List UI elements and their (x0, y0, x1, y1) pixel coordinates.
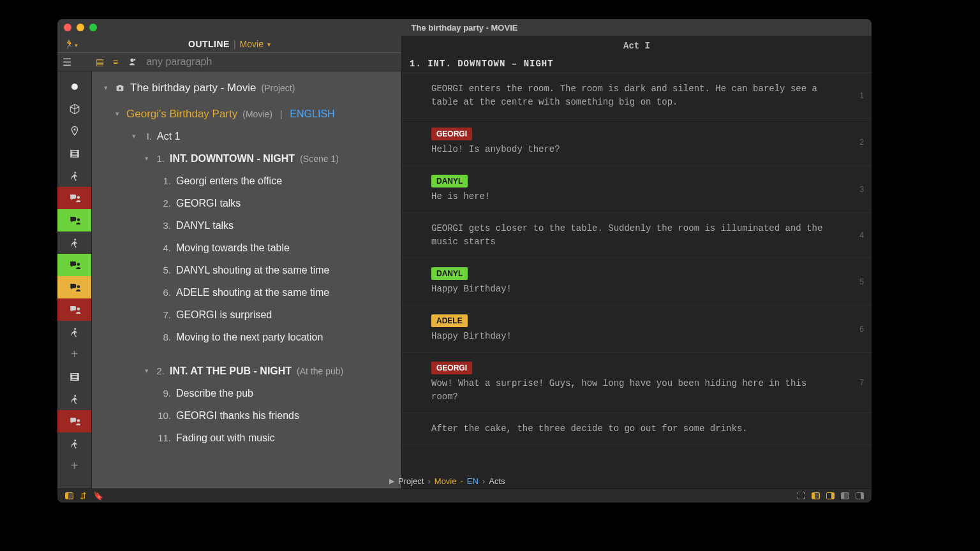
chevron-down-icon[interactable]: ▾ (102, 84, 110, 92)
layout-right-gray-icon[interactable] (856, 492, 864, 499)
paragraph-number: 6 (859, 323, 864, 335)
script-body[interactable]: GEORGI enters the room. The room is dark… (402, 73, 872, 489)
block-text: He is here! (431, 191, 490, 202)
breadcrumb-project[interactable]: Project (398, 476, 424, 486)
bookmark-icon[interactable]: 🔖 (93, 491, 103, 501)
chevron-down-icon[interactable]: ▾ (143, 367, 151, 375)
dialogue-block[interactable]: ADELEHappy Birthday!6 (402, 305, 872, 353)
dialogue-block[interactable]: GEORGIWow! What a surprise! Guys, how lo… (402, 353, 872, 413)
beat-text: Fading out with music (176, 432, 275, 444)
gutter-plus-icon[interactable]: + (57, 455, 91, 477)
beat-row[interactable]: 7.GEORGI is surprised (92, 304, 396, 326)
action-block[interactable]: GEORGI enters the room. The room is dark… (402, 73, 872, 119)
beat-row[interactable]: 11.Fading out with music (92, 427, 396, 449)
app-window: The birthday party - MOVIE 🏃▾ OUTLINE | … (57, 19, 872, 503)
gutter-talk-icon[interactable] (57, 254, 91, 276)
breadcrumb-acts[interactable]: Acts (489, 476, 505, 486)
gutter-circle-icon[interactable] (57, 75, 91, 98)
search-input[interactable] (146, 56, 396, 68)
outline-header: 🏃▾ OUTLINE | Movie ▾ (57, 36, 401, 52)
act-roman: I. (143, 131, 152, 142)
beat-number: 11. (156, 432, 171, 443)
outline-panel: 🏃▾ OUTLINE | Movie ▾ ☰ ▤ ≡ ++ (57, 36, 402, 489)
play-icon[interactable]: ▶ (389, 477, 394, 485)
outline-mode[interactable]: Movie (240, 39, 264, 49)
gutter-talk-icon[interactable] (57, 276, 91, 298)
project-row[interactable]: ▾ The birthday party - Movie (Project) (92, 77, 396, 99)
lines-icon[interactable]: ≡ (113, 57, 118, 67)
people-icon[interactable] (127, 57, 137, 67)
gutter-run-icon[interactable] (57, 432, 91, 455)
beat-row[interactable]: 4.Moving towards the table (92, 237, 396, 259)
beat-row[interactable]: 10.GEORGI thanks his friends (92, 404, 396, 427)
gutter-run-icon[interactable] (57, 165, 91, 187)
beat-row[interactable]: 2.GEORGI talks (92, 192, 396, 214)
act-label: Act 1 (157, 131, 180, 142)
beat-number: 1. (156, 175, 171, 186)
tree-icon[interactable]: ⇵ (80, 491, 87, 501)
scene-heading: INT. DOWNTOWN - NIGHT (170, 153, 295, 165)
chevron-down-icon[interactable]: ▾ (114, 110, 121, 118)
gutter-talk-icon[interactable] (57, 298, 91, 321)
statusbar: ⇵ 🔖 ⛶ (57, 489, 872, 503)
gutter-cube-icon[interactable] (57, 98, 91, 120)
dialogue-block[interactable]: DANYLHe is here!3 (402, 166, 872, 213)
beat-row[interactable]: 6.ADELE shouting at the same time (92, 281, 396, 304)
beat-row[interactable]: 9.Describe the pub (92, 382, 396, 404)
act-row[interactable]: ▾ I. Act 1 (92, 125, 396, 147)
block-text: GEORGI enters the room. The room is dark… (431, 84, 817, 107)
outline-toolbar: ☰ ▤ ≡ (57, 52, 401, 71)
block-text: GEORGI gets closer to the table. Suddenl… (431, 223, 822, 247)
layout-left-gray-icon[interactable] (841, 492, 849, 499)
gutter-film-icon[interactable] (57, 365, 91, 388)
block-text: Happy Birthday! (431, 331, 512, 341)
character-tag: DANYL (431, 175, 468, 187)
action-block[interactable]: After the cake, the three decide to go o… (402, 413, 872, 445)
beat-row[interactable]: 3.DANYL talks (92, 214, 396, 237)
beat-row[interactable]: 8.Moving to the next party location (92, 326, 396, 348)
chevron-down-icon[interactable]: ▾ (267, 41, 271, 48)
project-meta: (Project) (261, 83, 295, 93)
paragraph-number: 7 (859, 377, 864, 388)
dialogue-block[interactable]: GEORGIHello! Is anybody there?2 (402, 119, 872, 166)
beat-number: 7. (156, 309, 171, 320)
camera-icon (115, 83, 125, 93)
fullscreen-icon[interactable]: ⛶ (797, 491, 805, 501)
gutter-run-icon[interactable] (57, 388, 91, 410)
gutter-film-icon[interactable] (57, 142, 91, 165)
dialogue-block[interactable]: DANYLHappy Birthday!5 (402, 258, 872, 305)
gutter-talk-icon[interactable] (57, 410, 91, 432)
running-icon[interactable]: 🏃▾ (64, 39, 78, 49)
movie-language[interactable]: ENGLISH (290, 108, 334, 120)
breadcrumb-movie[interactable]: Movie (434, 476, 457, 486)
movie-row[interactable]: ▾ Georgi's Birthday Party (Movie) | ENGL… (92, 103, 396, 125)
character-tag: GEORGI (431, 128, 472, 140)
beat-number: 4. (156, 242, 171, 253)
chevron-down-icon[interactable]: ▾ (143, 154, 151, 163)
beat-row[interactable]: 5.DANYL shouting at the same time (92, 259, 396, 281)
block-text: Wow! What a surprise! Guys, how long hav… (431, 378, 806, 402)
scene-row-2[interactable]: ▾ 2. INT. AT THE PUB - NIGHT (At the pub… (92, 360, 396, 382)
outline-label: OUTLINE (188, 39, 230, 49)
layout-left-icon[interactable] (812, 492, 820, 499)
beat-text: DANYL talks (176, 220, 234, 231)
gutter-talk-icon[interactable] (57, 187, 91, 209)
gutter-plus-icon[interactable]: + (57, 343, 91, 365)
gutter-talk-icon[interactable] (57, 209, 91, 231)
gutter-pin-icon[interactable] (57, 120, 91, 142)
action-block[interactable]: GEORGI gets closer to the table. Suddenl… (402, 213, 872, 258)
project-title: The birthday party - Movie (130, 82, 256, 94)
titlebar: The birthday party - MOVIE (57, 19, 872, 36)
menu-icon[interactable]: ☰ (63, 56, 71, 68)
chevron-down-icon[interactable]: ▾ (130, 132, 138, 140)
gutter-run-icon[interactable] (57, 231, 91, 254)
page-icon[interactable]: ▤ (96, 57, 104, 67)
layout-right-icon[interactable] (826, 492, 835, 499)
script-panel: Act I 1. INT. DOWNTOWN – NIGHT GEORGI en… (402, 36, 872, 489)
gutter-run-icon[interactable] (57, 321, 91, 343)
panel-left-icon[interactable] (65, 492, 73, 499)
breadcrumb: ▶ Project › Movie - EN › Acts (389, 474, 505, 488)
scene-row-1[interactable]: ▾ 1. INT. DOWNTOWN - NIGHT (Scene 1) (92, 147, 396, 170)
breadcrumb-lang[interactable]: EN (467, 476, 479, 486)
beat-row[interactable]: 1.Georgi enters the office (92, 170, 396, 192)
